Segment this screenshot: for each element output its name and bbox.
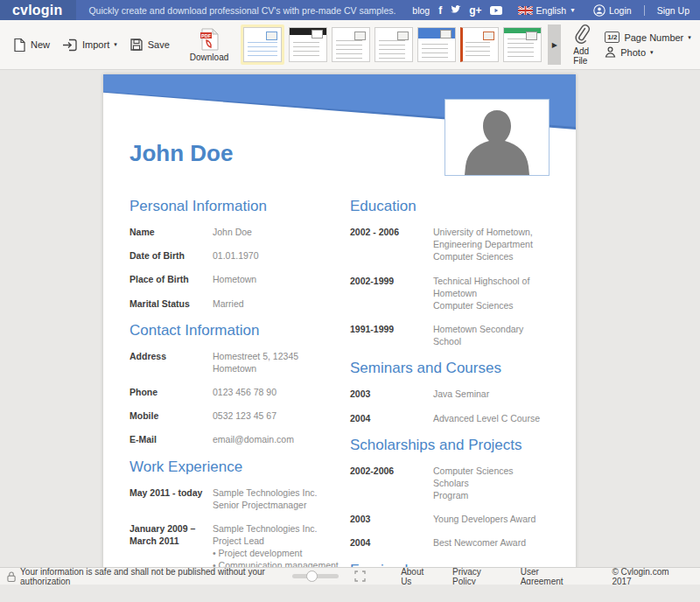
cvlogin-logo[interactable]: cvlogin bbox=[0, 0, 76, 20]
section-work-experience[interactable]: Work Experience May 2011 - today Sample … bbox=[130, 458, 350, 584]
field-label: Marital Status bbox=[130, 298, 213, 310]
cv-field-row[interactable]: 2003 Java Seminar bbox=[350, 388, 550, 400]
next-templates-arrow[interactable]: ▶ bbox=[548, 24, 561, 65]
new-label: New bbox=[31, 39, 50, 50]
photo-label: Photo bbox=[620, 47, 646, 58]
divider bbox=[644, 5, 645, 16]
cv-field-row[interactable]: Place of Birth Hometown bbox=[130, 273, 350, 285]
section-personal-information[interactable]: Personal Information Name John Doe Date … bbox=[130, 198, 350, 310]
field-label: 2002-1999 bbox=[350, 275, 433, 312]
section-title: Personal Information bbox=[130, 198, 350, 215]
cv-field-row[interactable]: May 2011 - today Sample Technologies Inc… bbox=[130, 486, 350, 511]
page-indicator-icon: 1/2 bbox=[605, 32, 620, 43]
privacy-note: Your information is safe and shall not b… bbox=[7, 567, 292, 585]
cv-right-column: Education 2002 - 2006 University of Home… bbox=[350, 186, 550, 584]
field-value: Advanced Level C Course bbox=[433, 412, 540, 424]
login-button[interactable]: Login bbox=[593, 4, 632, 17]
photo-button[interactable]: Photo ▾ bbox=[605, 46, 691, 58]
save-button[interactable]: Save bbox=[123, 38, 176, 52]
top-navigation-bar: cvlogin Quickly create and download prof… bbox=[0, 0, 700, 20]
cv-field-row[interactable]: E-Mail email@domain.com bbox=[130, 433, 350, 445]
section-title: Contact Information bbox=[130, 322, 350, 340]
zoom-slider-thumb[interactable] bbox=[306, 570, 318, 582]
field-value: University of Hometown, Engineering Depa… bbox=[433, 226, 533, 263]
cv-field-row[interactable]: Marital Status Married bbox=[130, 298, 350, 310]
section-title: Education bbox=[350, 198, 550, 215]
language-label: English bbox=[536, 5, 566, 16]
field-value: 0532 123 45 67 bbox=[213, 410, 276, 422]
field-label: Place of Birth bbox=[130, 273, 213, 285]
template-thumbnail-4[interactable] bbox=[374, 27, 413, 62]
cv-page: John Doe Personal Information Name John … bbox=[103, 74, 576, 584]
user-agreement-link[interactable]: User Agreement bbox=[521, 567, 578, 585]
import-label: Import bbox=[82, 39, 109, 50]
add-file-button[interactable]: Add File bbox=[566, 20, 598, 69]
status-bar: Your information is safe and shall not b… bbox=[0, 567, 700, 584]
field-value: 0123 456 78 90 bbox=[213, 386, 276, 398]
page-number-button[interactable]: 1/2 Page Number ▾ bbox=[605, 32, 691, 43]
import-button[interactable]: Import ▾ bbox=[56, 38, 123, 52]
language-selector[interactable]: English ▼ bbox=[518, 5, 576, 16]
section-contact-information[interactable]: Contact Information Address Homestreet 5… bbox=[130, 322, 350, 446]
template-thumbnail-3[interactable] bbox=[332, 27, 370, 62]
about-us-link[interactable]: About Us bbox=[401, 567, 433, 585]
template-thumbnail-7[interactable] bbox=[503, 27, 542, 62]
google-plus-icon[interactable]: g+ bbox=[469, 4, 481, 17]
save-label: Save bbox=[148, 39, 170, 50]
copyright-text: © Cvlogin.com 2017 bbox=[612, 567, 684, 585]
cv-field-row[interactable]: Address Homestreet 5, 12345 Hometown bbox=[130, 350, 350, 374]
field-value: Sample Technologies Inc. Project Lead • … bbox=[213, 522, 339, 572]
field-label: Address bbox=[130, 350, 213, 374]
template-thumbnail-2[interactable] bbox=[289, 27, 327, 62]
field-value: Best Newcomer Award bbox=[433, 536, 526, 549]
user-circle-icon bbox=[593, 4, 606, 17]
cv-left-column: Personal Information Name John Doe Date … bbox=[130, 186, 350, 584]
person-icon bbox=[605, 46, 616, 58]
cv-field-row[interactable]: January 2009 – March 2011 Sample Technol… bbox=[130, 522, 350, 572]
cv-field-row[interactable]: 2003 Young Developers Award bbox=[350, 513, 550, 525]
field-label: Mobile bbox=[130, 410, 213, 422]
new-button[interactable]: New bbox=[7, 38, 56, 52]
zoom-slider[interactable] bbox=[292, 574, 339, 578]
field-label: 2002 - 2006 bbox=[350, 226, 433, 263]
section-title: Seminars and Courses bbox=[350, 360, 550, 377]
template-thumbnail-1-selected[interactable] bbox=[241, 24, 284, 65]
field-label: Date of Birth bbox=[130, 249, 213, 262]
field-value: Java Seminar bbox=[433, 388, 489, 400]
youtube-icon[interactable] bbox=[490, 6, 502, 15]
field-label: Phone bbox=[130, 386, 213, 398]
chevron-down-icon: ▼ bbox=[570, 7, 576, 13]
cv-field-row[interactable]: 2004 Advanced Level C Course bbox=[350, 412, 550, 424]
template-thumbnail-6[interactable] bbox=[460, 27, 499, 62]
download-button[interactable]: PDF Download bbox=[183, 20, 235, 69]
facebook-icon[interactable]: f bbox=[438, 4, 442, 17]
cv-field-row[interactable]: 2002-1999 Technical Highschool of Hometo… bbox=[350, 275, 550, 312]
section-scholarships-projects[interactable]: Scholarships and Projects 2002-2006 Comp… bbox=[350, 437, 550, 550]
section-title: Scholarships and Projects bbox=[350, 437, 550, 454]
section-title: Work Experience bbox=[130, 458, 350, 476]
privacy-policy-link[interactable]: Privacy Policy bbox=[452, 567, 501, 585]
blog-link[interactable]: blog bbox=[412, 5, 430, 16]
cv-field-row[interactable]: 2002-2006 Computer Sciences Scholars Pro… bbox=[350, 465, 550, 502]
fullscreen-button[interactable] bbox=[354, 570, 366, 582]
cv-field-row[interactable]: 2002 - 2006 University of Hometown, Engi… bbox=[350, 226, 550, 263]
section-education[interactable]: Education 2002 - 2006 University of Home… bbox=[350, 198, 550, 347]
cv-field-row[interactable]: Date of Birth 01.01.1970 bbox=[130, 249, 350, 262]
signup-button[interactable]: Sign Up bbox=[657, 5, 690, 16]
template-thumbnail-5[interactable] bbox=[417, 27, 456, 62]
field-value: Homestreet 5, 12345 Hometown bbox=[213, 350, 298, 374]
field-value: Hometown bbox=[213, 273, 256, 285]
photo-placeholder[interactable] bbox=[444, 99, 550, 176]
person-silhouette-icon bbox=[449, 105, 545, 175]
lock-icon bbox=[7, 570, 16, 583]
cv-field-row[interactable]: 2004 Best Newcomer Award bbox=[350, 536, 550, 549]
uk-flag-icon bbox=[518, 6, 533, 15]
field-value: Hometown Secondary School bbox=[433, 323, 550, 347]
privacy-text: Your information is safe and shall not b… bbox=[20, 567, 292, 585]
cv-field-row[interactable]: Phone 0123 456 78 90 bbox=[130, 386, 350, 398]
section-seminars-courses[interactable]: Seminars and Courses 2003 Java Seminar 2… bbox=[350, 360, 550, 424]
twitter-icon[interactable] bbox=[450, 5, 461, 15]
cv-field-row[interactable]: Name John Doe bbox=[130, 226, 350, 238]
cv-field-row[interactable]: Mobile 0532 123 45 67 bbox=[130, 410, 350, 422]
cv-field-row[interactable]: 1991-1999 Hometown Secondary School bbox=[350, 323, 550, 347]
